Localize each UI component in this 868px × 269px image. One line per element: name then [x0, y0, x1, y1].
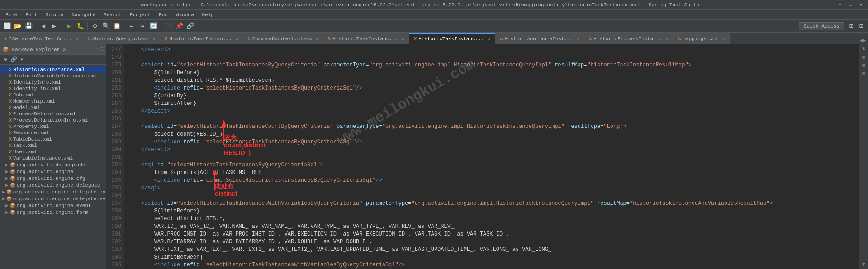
- tree-item-resource-xml[interactable]: X Resource.xml: [0, 130, 106, 136]
- toolbar-btn-8[interactable]: 📌: [174, 21, 184, 31]
- tree-item-engine-cfg[interactable]: ▶ 📦 org.activiti.engine.cfg: [0, 175, 106, 182]
- tab-commandcontext[interactable]: C CommandContext.class ✕: [243, 33, 323, 44]
- menu-file[interactable]: File: [2, 11, 21, 19]
- right-btn-5[interactable]: ≡: [860, 78, 868, 85]
- perspective-button[interactable]: ⊞: [846, 21, 856, 31]
- tab-historictask6[interactable]: X HistoricTaskInstanc... ✕: [409, 33, 495, 44]
- menu-navigate[interactable]: Navigate: [68, 11, 99, 19]
- tab-label-7: HistoricVariableInst...: [504, 36, 573, 42]
- menu-source[interactable]: Source: [42, 11, 67, 19]
- toolbar-btn-3[interactable]: 📋: [112, 21, 122, 31]
- minimize-button[interactable]: −: [836, 1, 843, 8]
- xml-file-icon: X: [9, 150, 12, 155]
- code-line-281: select distinct RES.* ${limitBetween}: [128, 77, 855, 85]
- tab-close-5[interactable]: ✕: [402, 36, 404, 42]
- open-button[interactable]: 📂: [13, 21, 23, 31]
- tree-item-job-xml[interactable]: X Job.xml: [0, 92, 106, 98]
- right-btn-2[interactable]: ⊞: [860, 53, 868, 61]
- code-line-296: [128, 192, 855, 200]
- tab-close-8[interactable]: ✕: [666, 36, 669, 42]
- tree-item-engine-event[interactable]: ▶ 📦 org.activiti.engine.event: [0, 202, 106, 209]
- forward-button[interactable]: ▶: [49, 21, 59, 31]
- tab-close-6[interactable]: ✕: [488, 36, 490, 42]
- tab-abstractquery[interactable]: C AbstractQuery.class ✕: [83, 33, 160, 44]
- collapse-all-btn[interactable]: ⊖: [2, 56, 9, 63]
- tree-item-identitylink-xml[interactable]: X IdentityLink.xml: [0, 85, 106, 92]
- tab-servicetast[interactable]: ✦ *ServiceTastTestCo... ✕: [0, 33, 83, 44]
- tree-item-engine-form[interactable]: ▶ 📦 org.activiti.engine.form: [0, 209, 106, 216]
- menu-help[interactable]: Help: [198, 11, 217, 19]
- toolbar-btn-2[interactable]: 🔍: [101, 21, 111, 31]
- xml-file-icon: X: [9, 131, 12, 136]
- right-btn-bottom[interactable]: ▼: [860, 261, 868, 268]
- tree-item-engine-delegate[interactable]: ▶ 📦 org.activiti.engine.delegate: [0, 182, 106, 189]
- tree-item-historictaskinstance-xml[interactable]: X HistoricTaskInstance.xml: [0, 66, 106, 73]
- new-button[interactable]: ⬜: [2, 21, 12, 31]
- toolbar-btn-9[interactable]: 🔗: [185, 21, 195, 31]
- menu-edit[interactable]: Edit: [22, 11, 41, 19]
- link-with-editor-btn[interactable]: 🔗: [10, 56, 17, 63]
- toolbar-btn-6[interactable]: 🔄: [148, 21, 158, 31]
- tree-item-tabledata-xml[interactable]: X TableData.xml: [0, 136, 106, 142]
- toolbar-btn-4[interactable]: ↩: [127, 21, 137, 31]
- run-button[interactable]: ▶: [64, 21, 74, 31]
- tree-item-task-xml[interactable]: X Task.xml: [0, 142, 106, 149]
- sidebar-maximize-btn[interactable]: □: [100, 46, 103, 52]
- tab-close-4[interactable]: ✕: [316, 36, 318, 42]
- right-btn-1[interactable]: ▲: [860, 45, 868, 52]
- tab-historicvariable[interactable]: X HistoricVariableInst... ✕: [495, 33, 584, 44]
- tree-item-identityinfo-xml[interactable]: X IdentityInfo.xml: [0, 79, 106, 85]
- tree-item-db-upgrade[interactable]: ▶ 📦 org.activiti.db.upgrade: [0, 161, 106, 168]
- debug-button[interactable]: 🐛: [75, 21, 85, 31]
- menu-run[interactable]: Run: [155, 11, 171, 19]
- tab-historicprocess[interactable]: X HistoricProcessInsta... ✕: [584, 33, 674, 44]
- code-line-302: VAR.BYTEARRAY_ID_ as VAR_BYTEARRAY_ID_, …: [128, 238, 855, 246]
- toolbar-btn-5[interactable]: ↪: [138, 21, 147, 31]
- tab-close-3[interactable]: ✕: [236, 36, 238, 42]
- tree-item-engine-delegate-eve2[interactable]: ▶ 📦 org.activiti.engine.delegate.eve: [0, 195, 106, 202]
- close-button[interactable]: ✕: [858, 1, 864, 8]
- tab-label-4: CommandContext.class: [252, 36, 312, 42]
- xml-file-icon: X: [9, 93, 12, 98]
- menu-search[interactable]: Search: [100, 11, 125, 19]
- tree-item-variableinstance-xml[interactable]: X VariableInstance.xml: [0, 155, 106, 161]
- tab-close-1[interactable]: ✕: [76, 36, 78, 42]
- right-btn-3[interactable]: ⊟: [860, 61, 868, 69]
- code-line-303: VAR.TEXT_ as VAR_TEXT_, VAR.TEXT2_ as VA…: [128, 246, 855, 254]
- right-btn-4[interactable]: ⊠: [860, 70, 868, 77]
- tab-close-2[interactable]: ✕: [152, 36, 155, 42]
- tab-close-9[interactable]: ✕: [722, 36, 725, 42]
- tree-item-processdefinition-xml[interactable]: X ProcessDefinition.xml: [0, 111, 106, 117]
- tab-close-7[interactable]: ✕: [577, 36, 579, 42]
- tree-item-processdefinitioninfo-xml[interactable]: X ProcessDefinitionInfo.xml: [0, 117, 106, 123]
- quick-access-button[interactable]: Quick Access: [799, 22, 844, 30]
- tab-mappings[interactable]: X mappings.xml ✕: [674, 33, 730, 44]
- tree-item-engine-delegate-eve1[interactable]: ▶ 📦 org.activiti.engine.delegate.eve: [0, 189, 106, 195]
- save-button[interactable]: 💾: [24, 21, 33, 31]
- tree-item-property-xml[interactable]: X Property.xml: [0, 123, 106, 130]
- toolbar-btn-1[interactable]: ⚙: [90, 21, 100, 31]
- tab-icon-2: C: [88, 36, 90, 41]
- maximize-button[interactable]: □: [847, 1, 854, 8]
- tree-item-historicvariableinstance-xml[interactable]: X HistoricVariableInstance.xml: [0, 73, 106, 79]
- tree-item-model-xml[interactable]: X Model.xml: [0, 104, 106, 111]
- xml-file-icon: X: [9, 105, 12, 110]
- tab-historictask3[interactable]: X HistoricTaskInstan... ✕: [160, 33, 243, 44]
- tree-item-label: IdentityInfo.xml: [13, 80, 61, 85]
- toolbar-btn-7[interactable]: ⬛: [163, 21, 173, 31]
- tab-icon-4: C: [248, 36, 251, 41]
- tab-historictask5[interactable]: X HistoricTaskInstanc... ✕: [323, 33, 409, 44]
- view-menu-btn[interactable]: ▾: [18, 56, 25, 63]
- back-button[interactable]: ◀: [38, 21, 48, 31]
- tree-item-user-xml[interactable]: X User.xml: [0, 149, 106, 155]
- tree-item-membership-xml[interactable]: X Membership.xml: [0, 98, 106, 104]
- menu-project[interactable]: Project: [126, 11, 154, 19]
- sidebar-minimize-btn[interactable]: −: [96, 46, 99, 52]
- tab-scroll-left[interactable]: ◀: [860, 37, 863, 44]
- tab-scroll-right[interactable]: ▶: [863, 37, 866, 44]
- pkg-icon: 📦: [6, 189, 12, 195]
- menu-window[interactable]: Window: [172, 11, 198, 19]
- tree-item-engine[interactable]: ▶ 📦 org.activiti.engine: [0, 168, 106, 175]
- view-button[interactable]: ⊡: [856, 21, 866, 31]
- code-editor[interactable]: www.meilongkui.com </select> <select id=…: [124, 44, 859, 269]
